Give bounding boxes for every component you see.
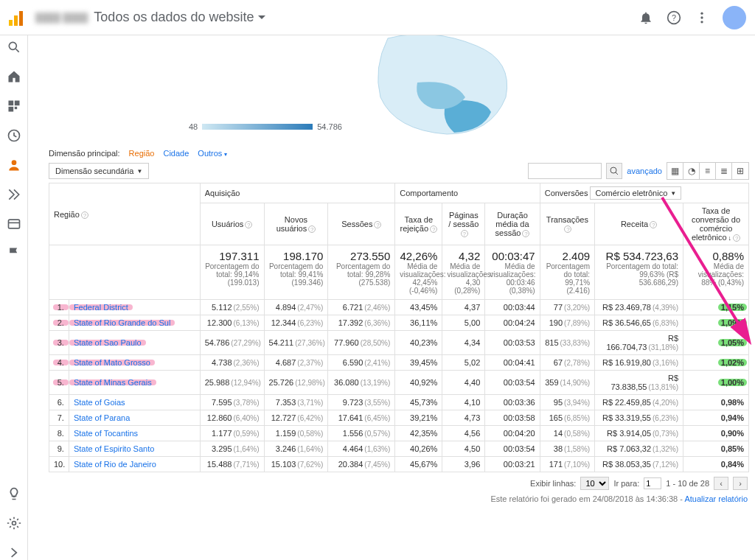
view-performance-icon[interactable]: ≡ xyxy=(700,163,716,179)
conversions-selector[interactable]: Comércio eletrônico ▼ xyxy=(590,186,681,200)
col-rev[interactable]: Receita? xyxy=(595,203,683,245)
cell-trans: 359(14,90%) xyxy=(540,371,594,395)
left-nav xyxy=(0,35,28,560)
cell-dur: 00:04:24 xyxy=(485,315,540,331)
region-link[interactable]: State of Sao Paulo xyxy=(74,338,142,347)
table-row: 3.State of Sao Paulo54.786(27,29%)54.211… xyxy=(49,331,749,355)
rows-select[interactable]: 10 xyxy=(580,477,609,490)
cell-new-users: 4.687(2,37%) xyxy=(264,355,328,371)
region-link[interactable]: State of Tocantins xyxy=(74,429,138,438)
cell-rev: R$ 7.063,32(1,32%) xyxy=(595,441,683,457)
table-row: 7.State of Parana12.860(6,40%)12.727(6,4… xyxy=(49,410,749,426)
summary-pps: 4,32Média de visualizações: 4,30 (0,28%) xyxy=(442,245,485,300)
col-pps[interactable]: Páginas / sessão? xyxy=(442,203,485,245)
summary-dur: 00:03:47Média de visualizações: 00:03:46… xyxy=(485,245,540,300)
scale-min: 48 xyxy=(189,122,198,131)
bell-icon[interactable] xyxy=(639,10,653,25)
col-sessions[interactable]: Sessões? xyxy=(328,203,395,245)
brazil-map-icon xyxy=(344,35,535,141)
home-icon[interactable] xyxy=(7,69,21,84)
col-users[interactable]: Usuários? xyxy=(200,203,264,245)
secondary-dimension-button[interactable]: Dimensão secundária ▼ xyxy=(49,163,149,179)
col-new-users[interactable]: Novos usuários? xyxy=(264,203,328,245)
cell-cr: 0,84% xyxy=(683,457,749,472)
region-link[interactable]: State of Rio de Janeiro xyxy=(74,460,156,469)
cell-bounce: 45,73% xyxy=(395,395,442,410)
tag-icon[interactable] xyxy=(7,217,21,231)
region-link[interactable]: State of Mato Grosso xyxy=(74,358,150,367)
summary-bounce: 42,26%Média de visualizações: 42,45% (-0… xyxy=(395,245,442,300)
cell-pps: 4,34 xyxy=(442,331,485,355)
cell-users: 12.860(6,40%) xyxy=(200,410,264,426)
cell-pps: 4,40 xyxy=(442,371,485,395)
dashboard-icon[interactable] xyxy=(7,99,21,113)
cell-new-users: 12.727(6,42%) xyxy=(264,410,328,426)
region-link[interactable]: State of Parana xyxy=(74,413,130,422)
col-trans[interactable]: Transações? xyxy=(540,203,594,245)
cell-trans: 815(33,83%) xyxy=(540,331,594,355)
table-row: 9.State of Espirito Santo3.295(1,64%)3.2… xyxy=(49,441,749,457)
cell-trans: 14(0,58%) xyxy=(540,426,594,441)
summary-new-users: 198.170Porcentagem do total: 99,41% (199… xyxy=(264,245,328,300)
region-link[interactable]: State of Goias xyxy=(74,398,125,407)
view-comparison-icon[interactable]: ≣ xyxy=(716,163,732,179)
analytics-logo-icon xyxy=(9,10,25,26)
svg-line-6 xyxy=(15,49,18,52)
view-table-icon[interactable]: ▦ xyxy=(667,163,683,179)
row-index: 2. xyxy=(49,315,69,331)
region-link[interactable]: State of Espirito Santo xyxy=(74,444,154,453)
primary-dimension-city[interactable]: Cidade xyxy=(163,149,189,158)
chevron-right-icon[interactable] xyxy=(7,545,21,560)
view-pie-icon[interactable]: ◔ xyxy=(683,163,700,179)
primary-dimension-others[interactable]: Outros ▾ xyxy=(198,149,227,158)
view-pivot-icon[interactable]: ⊞ xyxy=(732,163,748,179)
search-button[interactable] xyxy=(606,163,622,179)
cell-bounce: 40,23% xyxy=(395,331,442,355)
region-link[interactable]: State of Minas Gerais xyxy=(74,378,152,387)
row-index: 6. xyxy=(49,395,69,410)
summary-users: 197.311Porcentagem do total: 99,14% (199… xyxy=(200,245,264,300)
cell-cr: 1,15% xyxy=(683,300,749,315)
search-icon[interactable] xyxy=(7,40,21,55)
cell-new-users: 1.159(0,58%) xyxy=(264,426,328,441)
row-index: 10. xyxy=(49,457,69,472)
lightbulb-icon[interactable] xyxy=(7,486,21,501)
svg-point-16 xyxy=(610,167,616,173)
row-index: 1. xyxy=(49,300,69,315)
summary-trans: 2.409Porcentagem do total: 99,71% (2.416… xyxy=(540,245,594,300)
col-region[interactable]: Região? xyxy=(49,183,201,245)
cell-new-users: 3.246(1,64%) xyxy=(264,441,328,457)
cell-bounce: 40,26% xyxy=(395,441,442,457)
advanced-link[interactable]: avançado xyxy=(627,167,662,175)
cell-users: 15.488(7,71%) xyxy=(200,457,264,472)
col-bounce[interactable]: Taxa de rejeição? xyxy=(395,203,442,245)
cell-sessions: 77.960(28,50%) xyxy=(328,331,395,355)
gear-icon[interactable] xyxy=(7,516,21,531)
next-page-button[interactable]: › xyxy=(733,477,748,490)
person-icon[interactable] xyxy=(7,158,21,172)
cell-sessions: 9.723(3,55%) xyxy=(328,395,395,410)
cell-dur: 00:03:53 xyxy=(485,331,540,355)
view-toggle: ▦ ◔ ≡ ≣ ⊞ xyxy=(667,162,749,180)
col-cr[interactable]: Taxa de conversão do comércio eletrônico… xyxy=(683,203,749,245)
help-icon[interactable]: ? xyxy=(667,10,681,25)
workspace-title: Todos os dados do website xyxy=(94,10,254,25)
col-dur[interactable]: Duração média da sessão? xyxy=(485,203,540,245)
workspace-selector[interactable]: Todos os dados do website xyxy=(94,10,265,25)
row-range: 1 - 10 de 28 xyxy=(666,479,709,488)
row-index: 5. xyxy=(49,371,69,395)
cell-rev: R$ 33.319,55(6,23%) xyxy=(595,410,683,426)
clock-icon[interactable] xyxy=(7,128,21,143)
search-input[interactable] xyxy=(528,163,602,179)
avatar[interactable] xyxy=(723,6,746,29)
cell-rev: R$ 23.469,78(4,39%) xyxy=(595,300,683,315)
refresh-report-link[interactable]: Atualizar relatório xyxy=(684,494,748,503)
flag-icon[interactable] xyxy=(7,246,21,261)
primary-dimension-region[interactable]: Região xyxy=(129,149,155,158)
goto-input[interactable] xyxy=(644,477,661,489)
region-link[interactable]: Federal District xyxy=(74,303,128,312)
conversions-icon[interactable] xyxy=(7,187,21,202)
prev-page-button[interactable]: ‹ xyxy=(714,477,728,490)
region-link[interactable]: State of Rio Grande do Sul xyxy=(74,318,170,327)
more-vert-icon[interactable] xyxy=(695,10,709,25)
